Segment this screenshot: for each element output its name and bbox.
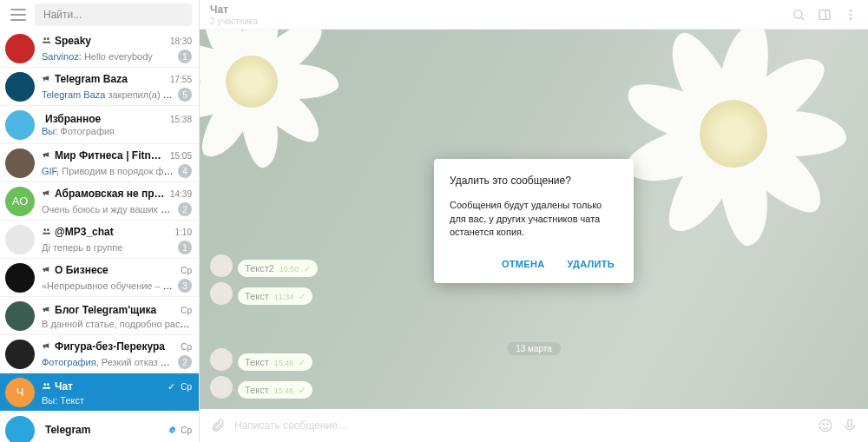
- unread-badge: 2: [178, 202, 192, 216]
- chat-list-item[interactable]: @MP3_chat 1:10 Ді теперь в группе 1: [0, 221, 199, 259]
- chat-type-icon: [42, 33, 51, 49]
- chat-item-time: Ср: [181, 382, 192, 392]
- menu-icon-bar: [10, 14, 26, 16]
- chat-item-title: Фигура-без-Перекура: [55, 340, 177, 353]
- chat-item-time: Ср: [181, 266, 192, 275]
- svg-point-1: [47, 37, 49, 40]
- svg-point-0: [43, 37, 46, 40]
- chat-item-time: Ср: [181, 342, 192, 352]
- modal-actions: ОТМЕНА УДАЛИТЬ: [450, 252, 618, 276]
- chat-list-item[interactable]: Фигура-без-Перекура Ср Фотография, Резки…: [0, 335, 199, 373]
- unread-badge: 1: [178, 241, 192, 254]
- chat-list-item[interactable]: Избранное 15:38 Вы: Фотография: [0, 106, 199, 144]
- chat-list-item[interactable]: АО Абрамовская не про обра… 14:39 Очень …: [0, 182, 199, 221]
- chat-item-time: 1:10: [175, 228, 192, 237]
- chat-type-icon: [42, 339, 51, 354]
- chat-item-sender: Sarvinoz:: [42, 51, 84, 62]
- menu-icon-bar: [10, 19, 26, 21]
- sidebar-top: [0, 0, 199, 30]
- svg-point-4: [43, 383, 46, 386]
- chat-item-preview: Фотография: [60, 126, 115, 136]
- chat-item-sender: Фотография,: [42, 357, 102, 367]
- modal-title: Удалить это сообщение?: [450, 175, 618, 187]
- chat-item-preview: Hello everybody: [84, 51, 153, 62]
- chat-avatar: [5, 34, 35, 63]
- delete-message-modal: Удалить это сообщение? Сообщения будут у…: [434, 159, 634, 284]
- chat-item-preview: Текст: [60, 395, 84, 406]
- chat-item-sender: Вы:: [42, 395, 60, 406]
- chat-list-item[interactable]: Telegram Baza 17:55 Telegram Baza закреп…: [0, 68, 199, 106]
- chat-item-preview: Ді теперь в группе: [42, 242, 122, 253]
- chat-list-item[interactable]: О Бизнесе Ср «Непрерывное обучение – мин…: [0, 259, 199, 297]
- svg-point-3: [47, 228, 49, 231]
- chat-item-time: 14:39: [170, 189, 192, 199]
- chat-item-sender: Вы:: [42, 126, 60, 136]
- chat-item-title: @MP3_chat: [55, 226, 172, 238]
- chat-avatar: [5, 301, 35, 331]
- chat-item-title: Speaky: [55, 35, 167, 47]
- chat-list-item[interactable]: Speaky 18:30 Sarvinoz: Hello everybody 1: [0, 30, 199, 68]
- chat-item-time: 18:30: [170, 36, 192, 46]
- chat-avatar: [5, 110, 35, 140]
- unread-badge: 3: [178, 279, 192, 293]
- chat-list[interactable]: Speaky 18:30 Sarvinoz: Hello everybody 1…: [0, 30, 199, 442]
- chat-list-item[interactable]: Telegram Ср: [0, 412, 199, 442]
- chat-item-sender: Telegram Baza: [42, 89, 108, 100]
- chat-item-title: Абрамовская не про обра…: [55, 188, 167, 200]
- chat-item-sender: GIF,: [42, 166, 62, 176]
- chat-avatar: [5, 416, 35, 443]
- unread-badge: 1: [178, 49, 192, 63]
- delete-button[interactable]: УДАЛИТЬ: [563, 252, 618, 276]
- chat-type-icon: [42, 262, 51, 278]
- chat-avatar: [5, 263, 35, 293]
- search-input[interactable]: [35, 3, 192, 26]
- unread-badge: 4: [178, 164, 192, 178]
- unread-badge: 5: [178, 88, 192, 102]
- chat-type-icon: [42, 302, 51, 318]
- modal-overlay[interactable]: Удалить это сообщение? Сообщения будут у…: [200, 0, 868, 442]
- svg-point-5: [47, 383, 49, 386]
- chat-list-item[interactable]: Ч Чат ✓ Ср Вы: Текст: [0, 373, 199, 412]
- chat-item-time: Ср: [181, 426, 192, 435]
- chat-item-title: Мир Фитнеса | FitnessRU: [55, 149, 167, 162]
- chat-item-preview: В данной статье, подробно расск…: [42, 319, 192, 329]
- chat-type-icon: [42, 224, 51, 240]
- chat-item-title: Избранное: [45, 113, 167, 125]
- chat-type-icon: [42, 71, 51, 87]
- main-area: Чат 2 участника: [200, 0, 868, 442]
- chat-list-item[interactable]: Блог Telegram'щика Ср В данной статье, п…: [0, 297, 199, 335]
- cancel-button[interactable]: ОТМЕНА: [498, 252, 548, 276]
- chat-type-icon: [42, 148, 51, 163]
- chat-item-time: Ср: [181, 306, 192, 315]
- chat-item-preview: «Непрерывное обучение – мини…: [42, 280, 174, 291]
- chat-type-icon: [42, 379, 51, 394]
- menu-icon-bar: [10, 9, 26, 10]
- chat-item-preview: закрепил(а) «Добр…: [108, 89, 174, 100]
- sent-check-icon: ✓: [168, 381, 175, 393]
- chat-avatar: [5, 340, 35, 369]
- chat-avatar: [5, 72, 35, 102]
- chat-avatar: [5, 148, 35, 178]
- chat-item-time: 15:05: [170, 151, 192, 161]
- chat-item-preview: Очень боюсь и жду ваших совет…: [42, 204, 174, 214]
- chat-list-item[interactable]: Мир Фитнеса | FitnessRU 15:05 GIF, Приво…: [0, 144, 199, 182]
- menu-button[interactable]: [7, 3, 30, 26]
- chat-item-preview: Приводим в порядок фигуру…: [62, 166, 174, 176]
- sidebar: Speaky 18:30 Sarvinoz: Hello everybody 1…: [0, 0, 200, 442]
- chat-item-preview: Резкий отказ от сла…: [102, 357, 174, 367]
- chat-avatar: АО: [5, 187, 35, 216]
- chat-item-title: Telegram: [45, 424, 164, 436]
- chat-item-title: О Бизнесе: [55, 264, 177, 276]
- svg-point-2: [43, 228, 46, 231]
- chat-item-title: Блог Telegram'щика: [55, 304, 177, 316]
- chat-item-title: Чат: [55, 380, 164, 393]
- chat-type-icon: [42, 186, 51, 201]
- modal-body: Сообщения будут удалены только для вас, …: [450, 199, 618, 241]
- chat-item-title: Telegram Baza: [55, 73, 167, 85]
- chat-item-time: 15:38: [170, 115, 192, 124]
- chat-avatar: Ч: [5, 378, 35, 407]
- chat-item-time: 17:55: [170, 75, 192, 84]
- unread-badge: 2: [178, 355, 192, 369]
- chat-avatar: [5, 225, 35, 254]
